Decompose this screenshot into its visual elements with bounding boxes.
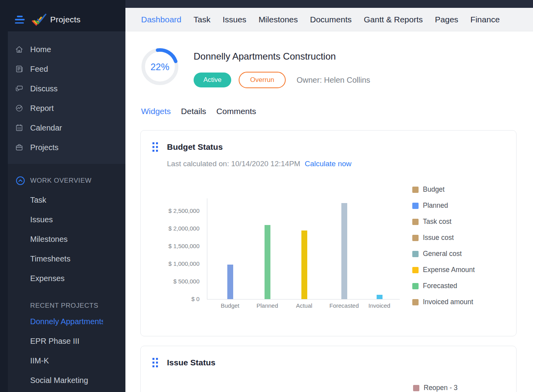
bar-budget [227,265,233,299]
main-content: 22% Donnelly Apartments Construction Act… [125,31,533,392]
bar-planned [265,225,270,299]
topnav-item-pages[interactable]: Pages [435,15,459,24]
legend-label: Expense Amount [423,266,475,274]
hamburger-menu-icon[interactable] [15,16,25,24]
chart-y-tick: $ 0 [149,296,199,303]
legend-item-task-cost[interactable]: Task cost [412,218,475,226]
chevron-up-circle-icon [16,176,25,185]
sidebar-item-discuss[interactable]: Discuss [8,79,125,98]
top-strip [125,0,533,8]
legend-item-budget[interactable]: Budget [412,185,475,194]
discuss-icon [15,84,24,93]
recent-project-donnely-appartments[interactable]: Donnely Appartments [8,312,125,331]
tab-details[interactable]: Details [181,107,206,116]
sidebar-item-timesheets[interactable]: Timesheets [8,249,125,269]
sidebar-item-label: Report [30,104,54,113]
recent-project-epr-phase-iii[interactable]: EPR Phase III [8,331,125,351]
legend-swatch [413,385,419,391]
tab-comments[interactable]: Comments [216,107,256,116]
sidebar-item-expenses[interactable]: Expenses [8,269,125,288]
overrun-badge: Overrun [239,72,285,88]
projects-logo-icon [31,13,47,27]
calculate-now-link[interactable]: Calculate now [305,160,351,168]
bar-invoiced [377,295,383,299]
legend-item-issue-cost[interactable]: Issue cost [412,234,475,242]
chart-y-tick: $ 1,500,000 [149,243,199,250]
status-badge: Active [194,73,231,87]
legend-label: Forecasted [423,282,457,290]
chart-y-tick: $ 2,000,000 [149,225,199,232]
sidebar-secondary: WORK OVERVIEW TaskIssuesMilestonesTimesh… [8,164,125,392]
legend-label: Reopen - 3 [424,384,458,392]
sidebar-item-home[interactable]: Home [8,40,125,59]
recent-project-label: Social Marketing [30,376,88,385]
recent-project-iim-k[interactable]: IIM-K [8,351,125,370]
drag-handle-icon[interactable] [152,358,158,367]
bar-actual [301,230,307,299]
progress-donut: 22% [141,48,179,85]
owner-label: Owner: Helen Collins [297,76,370,85]
legend-swatch [412,283,419,289]
project-badges: Active Overrun Owner: Helen Collins [194,72,370,88]
topnav-item-documents[interactable]: Documents [310,15,352,24]
legend-item-expense-amount[interactable]: Expense Amount [412,266,475,274]
recent-project-label: Donnely Appartments [30,317,103,326]
sidebar-item-label: Home [30,45,51,54]
legend-label: Issue cost [423,234,454,242]
legend-swatch [412,187,419,193]
sidebar-item-task[interactable]: Task [8,190,125,210]
legend-label: General cost [423,250,462,258]
chart-x-axis [207,299,400,299]
topnav-item-finance[interactable]: Finance [470,15,500,24]
widget-tabs: WidgetsDetailsComments [141,107,256,116]
sidebar-section-work-overview[interactable]: WORK OVERVIEW [8,175,125,187]
drag-handle-icon[interactable] [152,142,158,152]
chart-x-label: Invoiced [356,302,403,309]
report-icon [15,104,24,113]
sidebar-item-feed[interactable]: Feed [8,59,125,79]
legend-item-general-cost[interactable]: General cost [412,250,475,258]
sidebar-item-issues[interactable]: Issues [8,210,125,229]
chart-y-axis [207,198,207,299]
sidebar-item-report[interactable]: Report [8,98,125,118]
legend-swatch [412,219,419,225]
sidebar-item-projects[interactable]: Projects [8,138,125,157]
tab-widgets[interactable]: Widgets [141,107,171,116]
legend-item-planned[interactable]: Planned [412,201,475,210]
sidebar-item-label: Projects [30,143,58,152]
legend-label: Planned [423,201,448,210]
topnav-item-task[interactable]: Task [194,15,210,24]
top-navigation: DashboardTaskIssuesMilestonesDocumentsGa… [125,8,533,31]
legend-swatch [412,299,419,305]
recent-project-social-marketing[interactable]: Social Marketing [8,370,125,390]
topnav-item-dashboard[interactable]: Dashboard [141,15,181,24]
card-title: Issue Status [167,358,216,367]
sidebar-primary-nav: HomeFeedDiscussReportCalendarProjects [8,31,125,164]
bar-forecasted [341,203,347,299]
chart-y-tick: $ 500,000 [149,278,199,285]
sidebar-item-label: Feed [30,65,48,74]
topnav-item-gantt-reports[interactable]: Gantt & Reports [364,15,423,24]
sidebar-item-label: Discuss [30,84,58,93]
calendar-icon [15,123,24,132]
legend-swatch [412,203,419,209]
sidebar-item-calendar[interactable]: Calendar [8,118,125,138]
topnav-item-issues[interactable]: Issues [223,15,247,24]
sidebar-section-recent-projects: RECENT PROJECTS [8,300,125,312]
legend-item-invoiced-amount[interactable]: Invoiced amount [412,298,475,306]
page-title: Donnelly Apartments Construction [194,51,336,62]
sidebar-item-milestones[interactable]: Milestones [8,229,125,249]
chart-y-tick: $ 1,000,000 [149,260,199,267]
section-title: RECENT PROJECTS [30,302,98,310]
card-title: Budget Status [167,142,223,152]
legend-swatch [412,251,419,257]
legend-item-reopen[interactable]: Reopen - 3 [413,384,458,392]
legend-swatch [412,267,419,273]
recent-project-label: IIM-K [30,356,49,365]
work-overview-items: TaskIssuesMilestonesTimesheetsExpenses [8,190,125,288]
topnav-item-milestones[interactable]: Milestones [259,15,298,24]
progress-value: 22% [150,62,169,72]
budget-status-card: Budget Status Last calculated on: 10/14/… [140,130,517,336]
legend-item-forecasted[interactable]: Forecasted [412,282,475,290]
home-icon [15,45,24,54]
